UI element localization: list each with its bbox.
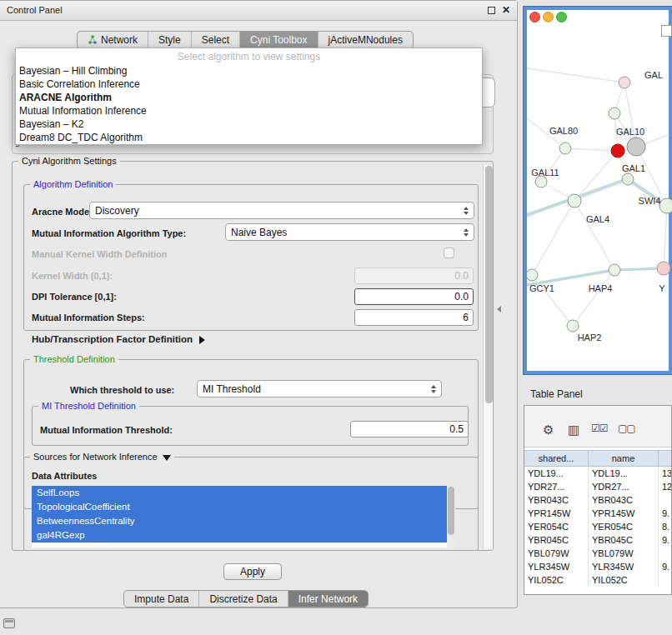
dropdown-item-bayesian-k2[interactable]: Bayesian – K2 xyxy=(16,118,482,131)
tab-infer-network[interactable]: Infer Network xyxy=(288,591,368,607)
hub-definition-toggle[interactable]: Hub/Transcription Factor Definition xyxy=(32,334,205,344)
network-node[interactable] xyxy=(609,108,620,119)
table-cell: YPR145W xyxy=(589,507,659,520)
table-cell: YBR045C xyxy=(589,533,659,547)
network-node-gal11[interactable] xyxy=(535,176,547,188)
table-row[interactable]: YDL19...YDL19...13 xyxy=(524,467,671,480)
node-label-gal11: GAL11 xyxy=(531,168,559,178)
node-label-gal1: GAL1 xyxy=(622,163,645,173)
collapsed-arrow-icon xyxy=(199,336,205,344)
algorithm-definition-title: Algorithm Definition xyxy=(30,179,116,189)
stepper-arrows-icon xyxy=(431,385,436,393)
mi-steps-field[interactable]: 6 xyxy=(354,309,474,326)
tab-jactivemnodules[interactable]: jActiveMNodules xyxy=(318,32,413,48)
table-row[interactable]: YBR045CYBR045C9. xyxy=(524,533,671,547)
attributes-scrollbar-thumb[interactable] xyxy=(448,487,454,535)
float-window-icon[interactable] xyxy=(488,7,495,14)
table-cell: YER054C xyxy=(589,520,659,533)
table-cell: YIL052C xyxy=(589,573,659,587)
dropdown-item-bayesian-hill-climbing[interactable]: Bayesian – Hill Climbing xyxy=(16,64,482,78)
node-label-gal80: GAL80 xyxy=(549,126,578,136)
attributes-scrollbar[interactable] xyxy=(447,486,455,548)
network-canvas[interactable]: GALGAL80GAL10GAL11GAL1SWI4GAL4GCY1HAP4YH… xyxy=(527,10,672,371)
table-row[interactable]: YDR27...YDR27...12 xyxy=(524,480,671,493)
aracne-mode-select[interactable]: Discovery xyxy=(89,202,474,219)
attribute-item-betweennesscentrality[interactable]: BetweennessCentrality xyxy=(32,514,447,528)
tab-impute-data[interactable]: Impute Data xyxy=(124,591,198,607)
table-cell: YDR27... xyxy=(524,480,589,493)
column-header-name[interactable]: name xyxy=(589,451,659,466)
table-row[interactable]: YIL052CYIL052C xyxy=(524,573,671,587)
node-label-hap2: HAP2 xyxy=(578,332,602,342)
tab-label: Select xyxy=(202,34,229,46)
table-cell: YLR345W xyxy=(524,560,589,573)
tab-cyni-toolbox[interactable]: Cyni Toolbox xyxy=(239,32,317,48)
dropdown-item-aracne-algorithm[interactable]: ARACNE Algorithm xyxy=(16,91,482,104)
mi-type-value: Naive Bayes xyxy=(231,227,460,238)
table-header-row: shared...name xyxy=(524,450,671,467)
table-row[interactable]: YPR145WYPR145W9. xyxy=(524,507,671,520)
node-label-gal4: GAL4 xyxy=(586,214,609,224)
network-node-y[interactable] xyxy=(657,262,670,275)
table-cell: 12 xyxy=(659,480,671,493)
table-cell: YBR045C xyxy=(524,533,589,547)
dropdown-item-basic-correlation-inference[interactable]: Basic Correlation Inference xyxy=(16,78,482,91)
network-node-gal80[interactable] xyxy=(559,142,571,154)
node-label-gal: GAL xyxy=(644,70,663,80)
tab-style[interactable]: Style xyxy=(148,32,191,48)
which-threshold-select[interactable]: MI Threshold xyxy=(197,380,442,398)
select-all-icon[interactable]: ☑☑ xyxy=(591,422,608,434)
sources-title-label: Sources for Network Inference xyxy=(33,452,158,462)
node-table: shared...nameYDL19...YDL19...13YDR27...Y… xyxy=(524,450,671,587)
table-row[interactable]: YBL079WYBL079W xyxy=(524,547,671,560)
deselect-all-icon[interactable]: ▢▢ xyxy=(618,422,635,434)
attribute-item-gal4rgexp[interactable]: gal4RGexp xyxy=(32,528,447,542)
attribute-item-selfloops[interactable]: SelfLoops xyxy=(32,486,447,500)
close-icon[interactable]: ✕ xyxy=(502,4,510,16)
network-icon xyxy=(88,35,98,45)
network-node-gal10[interactable] xyxy=(627,138,645,156)
network-node-gal4[interactable] xyxy=(568,194,581,208)
manual-kernel-checkbox[interactable] xyxy=(444,248,454,258)
gear-icon[interactable]: ⚙ xyxy=(543,422,554,438)
kernel-width-field[interactable]: 0.0 xyxy=(354,268,474,284)
table-row[interactable]: YLR345WYLR345W9. xyxy=(524,560,671,573)
dropdown-item-dream8-dc-tdc-algorithm[interactable]: Dream8 DC_TDC Algorithm xyxy=(16,131,482,144)
attribute-item-topologicalcoefficient[interactable]: TopologicalCoefficient xyxy=(32,500,447,514)
tab-network[interactable]: Network xyxy=(78,32,148,48)
settings-scrollbar-thumb[interactable] xyxy=(485,166,493,403)
columns-icon[interactable]: ▥ xyxy=(568,422,579,438)
control-panel-titlebar[interactable]: Control Panel ✕ xyxy=(0,1,517,21)
table-row[interactable]: YBR043CYBR043C xyxy=(524,493,671,507)
table-cell xyxy=(659,547,671,560)
network-node-gcy1[interactable] xyxy=(527,269,538,281)
aracne-mode-label: Aracne Mode: xyxy=(32,207,93,217)
docked-panel-icon[interactable] xyxy=(3,618,15,628)
panel-splitter-arrow-icon[interactable] xyxy=(497,306,501,312)
sources-title[interactable]: Sources for Network Inference xyxy=(30,452,174,462)
table-cell: YBL079W xyxy=(589,547,659,560)
table-row[interactable]: YER054CYER054C8. xyxy=(524,520,671,533)
network-node-gal[interactable] xyxy=(619,77,630,88)
tab-discretize-data[interactable]: Discretize Data xyxy=(198,591,287,607)
network-node-hap4[interactable] xyxy=(609,264,620,276)
network-node[interactable] xyxy=(611,144,624,158)
table-cell xyxy=(659,573,671,587)
tab-select[interactable]: Select xyxy=(191,32,239,48)
network-node-swi4[interactable] xyxy=(659,198,672,213)
network-scrollbar-button[interactable] xyxy=(661,25,672,37)
tab-label: Network xyxy=(101,34,138,46)
dpi-tolerance-field[interactable]: 0.0 xyxy=(354,288,474,305)
hub-definition-label: Hub/Transcription Factor Definition xyxy=(32,334,193,344)
column-header-extra[interactable] xyxy=(659,451,671,466)
mi-type-select[interactable]: Naive Bayes xyxy=(225,223,474,241)
network-node-gal1[interactable] xyxy=(622,173,634,185)
dropdown-item-mutual-information-inference[interactable]: Mutual Information Inference xyxy=(16,104,482,118)
apply-button[interactable]: Apply xyxy=(223,563,282,580)
settings-scrollbar[interactable] xyxy=(483,165,493,549)
tab-label: Style xyxy=(158,34,181,46)
column-header-shared[interactable]: shared... xyxy=(524,451,589,466)
mi-threshold-field[interactable]: 0.5 xyxy=(350,421,469,438)
control-panel-window: Control Panel ✕ NetworkStyleSelectCyni T… xyxy=(0,0,518,608)
network-node-hap2[interactable] xyxy=(567,320,579,332)
